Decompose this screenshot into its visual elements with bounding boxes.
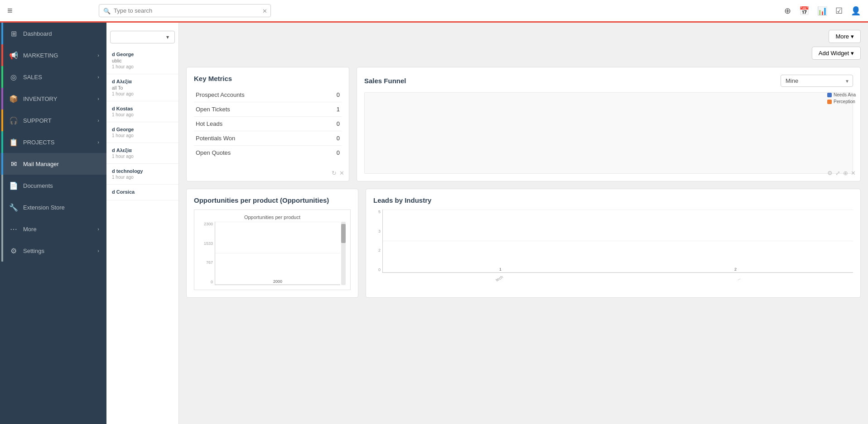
chart-title: Opportunities per product: [199, 214, 346, 220]
chart-icon[interactable]: 📊: [817, 6, 827, 16]
dashboard-topbar: More ▾: [186, 30, 861, 43]
sidebar-item-inventory[interactable]: 📦 INVENTORY ›: [0, 88, 106, 110]
table-row[interactable]: Open Tickets 1: [194, 102, 342, 117]
add-widget-button[interactable]: Add Widget ▾: [812, 47, 861, 60]
activity-name: d George: [112, 127, 173, 132]
marketing-icon: 📢: [9, 50, 19, 60]
activity-time: 1 hour ago: [112, 64, 173, 69]
mail-icon: ✉: [9, 159, 19, 169]
sidebar-item-label: SUPPORT: [23, 117, 97, 124]
sidebar-item-dashboard[interactable]: ⊞ Dashboard: [0, 23, 106, 44]
more-label: More: [835, 33, 849, 40]
legend-dot: [827, 93, 832, 97]
sidebar-item-label: Documents: [23, 182, 99, 189]
settings-icon[interactable]: ⚙: [827, 170, 833, 176]
activity-filter-dropdown[interactable]: ▾: [110, 31, 175, 43]
refresh-icon[interactable]: ↻: [332, 170, 337, 176]
chevron-right-icon: ›: [97, 96, 99, 101]
list-item[interactable]: d George 1 hour ago: [106, 122, 178, 143]
app-body: ⊞ Dashboard 📢 MARKETING › ◎ SALES › 📦 IN…: [0, 23, 868, 424]
sidebar-item-mail[interactable]: ✉ Mail Manager: [0, 153, 106, 175]
tasks-icon[interactable]: ☑: [835, 6, 843, 16]
chevron-right-icon: ›: [97, 248, 99, 253]
sidebar-item-documents[interactable]: 📄 Documents: [0, 175, 106, 196]
bar-value-label: 2000: [273, 279, 282, 284]
funnel-chart-area: [364, 92, 853, 174]
activity-time: 1 hour ago: [112, 112, 173, 117]
sidebar-item-label: Extension Store: [23, 204, 99, 211]
sidebar-item-support[interactable]: 🎧 SUPPORT ›: [0, 110, 106, 131]
chevron-down-icon: ▾: [851, 33, 854, 40]
activity-sub: all To: [112, 85, 173, 91]
move-icon[interactable]: ⊕: [843, 170, 848, 176]
activity-name: d George: [112, 52, 173, 57]
table-row[interactable]: Open Quotes 0: [194, 146, 342, 160]
chevron-right-icon: ›: [97, 139, 99, 145]
dashboard-area: More ▾ Add Widget ▾ Key Metrics: [179, 23, 868, 424]
sidebar-item-label: MARKETING: [23, 52, 97, 59]
dashboard-row-2: Opportunities per product (Opportunities…: [186, 189, 861, 298]
sidebar-item-sales[interactable]: ◎ SALES ›: [0, 66, 106, 88]
leads-industry-title: Leads by Industry: [373, 196, 853, 204]
metric-value: 1: [324, 102, 342, 117]
list-item[interactable]: d Αλεξία 1 hour ago: [106, 143, 178, 164]
sidebar-item-marketing[interactable]: 📢 MARKETING ›: [0, 44, 106, 66]
y-label: 1533: [199, 241, 215, 246]
table-row[interactable]: Prospect Accounts 0: [194, 88, 342, 102]
chart-scroll-thumb: [341, 224, 346, 243]
activity-name: d technology: [112, 168, 173, 174]
dashboard-row-1: Key Metrics Prospect Accounts 0 Open Tic…: [186, 67, 861, 181]
more-button[interactable]: More ▾: [829, 30, 861, 43]
search-input[interactable]: [99, 4, 271, 17]
table-row[interactable]: Potentials Won 0: [194, 131, 342, 146]
metric-value: 0: [324, 117, 342, 131]
sidebar-item-extension[interactable]: 🔧 Extension Store: [0, 196, 106, 218]
chevron-right-icon: ›: [97, 226, 99, 232]
metrics-table: Prospect Accounts 0 Open Tickets 1 Hot L…: [194, 88, 342, 160]
activity-time: 1 hour ago: [112, 91, 173, 96]
sidebar-item-settings[interactable]: ⚙ Settings ›: [0, 240, 106, 262]
sidebar-item-label: SALES: [23, 74, 97, 81]
table-row[interactable]: Hot Leads 0: [194, 117, 342, 131]
chevron-right-icon: ›: [97, 52, 99, 58]
funnel-select[interactable]: Mine All My Team: [781, 75, 853, 87]
clear-search-icon[interactable]: ✕: [262, 7, 267, 14]
settings-icon: ⚙: [9, 246, 19, 256]
activity-name: d Kostas: [112, 106, 173, 111]
metric-label: Potentials Won: [194, 131, 324, 146]
projects-icon: 📋: [9, 137, 19, 147]
sidebar-item-label: Mail Manager: [23, 161, 99, 167]
user-icon[interactable]: 👤: [851, 6, 861, 16]
legend-item-needs-ana: Needs Ana: [827, 92, 856, 97]
documents-icon: 📄: [9, 181, 19, 191]
topbar-icons: ⊕ 📅 📊 ☑ 👤: [784, 6, 861, 16]
activity-name: d Corsica: [112, 189, 173, 195]
search-icon: 🔍: [103, 7, 111, 14]
widget-actions: ⚙ ⤢ ⊕ ✕: [827, 170, 856, 176]
list-item[interactable]: d Kostas 1 hour ago: [106, 101, 178, 122]
list-item[interactable]: d technology 1 hour ago: [106, 164, 178, 185]
funnel-select-wrap: Mine All My Team: [781, 75, 853, 87]
y-label: 767: [199, 260, 215, 265]
sidebar: ⊞ Dashboard 📢 MARKETING › ◎ SALES › 📦 IN…: [0, 23, 106, 424]
bar-group: 2: [622, 267, 849, 272]
sidebar-item-more[interactable]: ⋯ More ›: [0, 218, 106, 240]
close-icon[interactable]: ✕: [339, 170, 344, 176]
metric-value: 0: [324, 131, 342, 146]
chart-scrollbar[interactable]: [341, 222, 346, 285]
add-icon[interactable]: ⊕: [784, 6, 791, 16]
activity-name: d Αλεξία: [112, 79, 173, 84]
list-item[interactable]: d Corsica: [106, 185, 178, 200]
list-item[interactable]: d George ublic 1 hour ago: [106, 47, 178, 74]
close-icon[interactable]: ✕: [851, 170, 856, 176]
sidebar-item-label: PROJECTS: [23, 139, 97, 146]
sidebar-item-projects[interactable]: 📋 PROJECTS ›: [0, 131, 106, 153]
resize-icon[interactable]: ⤢: [835, 170, 840, 176]
calendar-icon[interactable]: 📅: [799, 6, 809, 16]
key-metrics-widget: Key Metrics Prospect Accounts 0 Open Tic…: [186, 67, 349, 181]
activity-panel: ▾ d George ublic 1 hour ago d Αλεξία all…: [106, 23, 179, 424]
legend-label: Perception: [834, 99, 855, 104]
list-item[interactable]: d Αλεξία all To 1 hour ago: [106, 74, 178, 101]
opportunities-chart-area: Opportunities per product 0 767 1533 230…: [194, 210, 351, 290]
hamburger-icon[interactable]: ≡: [7, 5, 21, 16]
